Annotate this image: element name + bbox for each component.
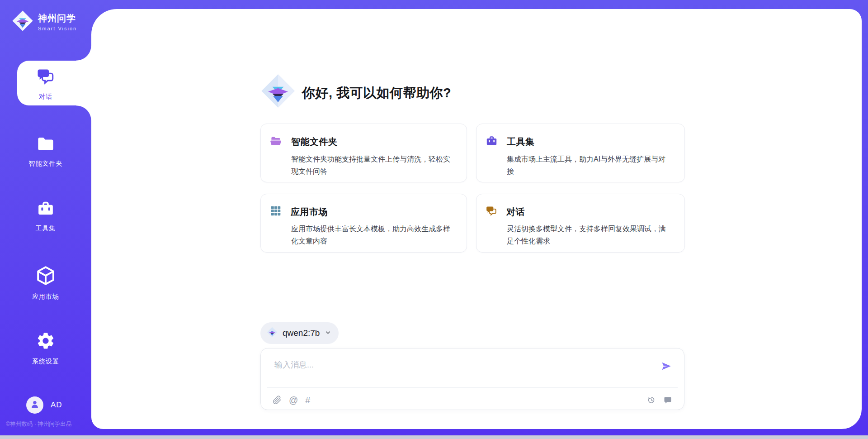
card-title: 智能文件夹 xyxy=(291,136,338,148)
brand: 神州问学 Smart Vision xyxy=(12,10,77,33)
sidebar: 神州问学 Smart Vision 对话 智能文件夹 xyxy=(0,0,91,439)
message-composer: @ # xyxy=(260,348,684,410)
brand-name: 神州问学 xyxy=(38,12,77,24)
greeting-title: 你好, 我可以如何帮助你? xyxy=(302,84,451,102)
cube-icon xyxy=(35,265,56,288)
sidebar-item-label: 对话 xyxy=(39,93,52,101)
gear-icon xyxy=(36,331,56,353)
at-icon[interactable]: @ xyxy=(289,396,298,405)
sidebar-item-label: 应用市场 xyxy=(32,293,59,301)
card-description: 应用市场提供丰富长文本模板，助力高效生成多样化文章内容 xyxy=(291,223,453,247)
card-title: 对话 xyxy=(506,206,525,218)
model-name: qwen2:7b xyxy=(283,328,320,338)
main-content: 你好, 我可以如何帮助你? 智能文件夹 智能文件夹功能支持批量文件上传与清洗，轻… xyxy=(0,0,868,439)
sidebar-item-app-market[interactable]: 应用市场 xyxy=(0,265,91,301)
chat-bubble-icon[interactable] xyxy=(663,396,672,405)
chat-icon xyxy=(36,67,55,88)
paperclip-icon[interactable] xyxy=(273,396,282,405)
feature-card-chat[interactable]: 对话 灵活切换多模型文件，支持多样回复效果调试，满足个性化需求 xyxy=(476,194,685,253)
card-description: 智能文件夹功能支持批量文件上传与清洗，轻松实现文件问答 xyxy=(291,153,453,177)
chat-icon xyxy=(486,205,497,219)
toolbox-icon xyxy=(37,200,55,220)
user-row[interactable]: AD xyxy=(26,396,62,414)
feature-card-toolset[interactable]: 工具集 集成市场上主流工具，助力AI与外界无缝扩展与对接 xyxy=(476,124,685,182)
feature-card-smart-folder[interactable]: 智能文件夹 智能文件夹功能支持批量文件上传与清洗，轻松实现文件问答 xyxy=(260,124,467,182)
copyright: ©神州数码 · 神州问学出品 xyxy=(6,420,90,428)
greeting-logo-icon xyxy=(260,73,296,109)
feature-card-app-market[interactable]: 应用市场 应用市场提供丰富长文本模板，助力高效生成多样化文章内容 xyxy=(260,194,467,253)
diamond-logo-icon xyxy=(12,10,33,33)
model-logo-icon xyxy=(267,327,278,339)
card-title: 应用市场 xyxy=(291,206,328,218)
user-name: AD xyxy=(51,401,62,410)
brand-text: 神州问学 Smart Vision xyxy=(38,12,77,31)
composer-divider xyxy=(267,387,678,388)
model-selector[interactable]: qwen2:7b xyxy=(260,322,339,344)
history-icon[interactable] xyxy=(647,396,656,405)
toolbox-icon xyxy=(486,135,498,149)
sidebar-item-toolset[interactable]: 工具集 xyxy=(0,200,91,233)
chevron-down-icon xyxy=(325,329,331,338)
message-input[interactable] xyxy=(274,357,618,373)
sidebar-item-label: 智能文件夹 xyxy=(29,160,63,168)
sidebar-item-label: 系统设置 xyxy=(32,358,59,366)
sidebar-item-label: 工具集 xyxy=(36,224,56,233)
folder-open-icon xyxy=(270,135,282,149)
card-title: 工具集 xyxy=(507,136,535,148)
sidebar-item-settings[interactable]: 系统设置 xyxy=(0,331,91,366)
card-description: 集成市场上主流工具，助力AI与外界无缝扩展与对接 xyxy=(507,153,671,177)
apps-grid-icon xyxy=(270,205,282,219)
folder-icon xyxy=(36,134,55,155)
hash-icon[interactable]: # xyxy=(305,396,310,405)
brand-subtitle: Smart Vision xyxy=(38,26,77,31)
send-icon[interactable] xyxy=(660,360,672,372)
card-description: 灵活切换多模型文件，支持多样回复效果调试，满足个性化需求 xyxy=(507,223,671,247)
sidebar-item-chat[interactable]: 对话 xyxy=(0,67,91,101)
sidebar-item-folder[interactable]: 智能文件夹 xyxy=(0,134,91,168)
avatar xyxy=(26,396,43,414)
user-avatar-icon xyxy=(29,399,40,411)
